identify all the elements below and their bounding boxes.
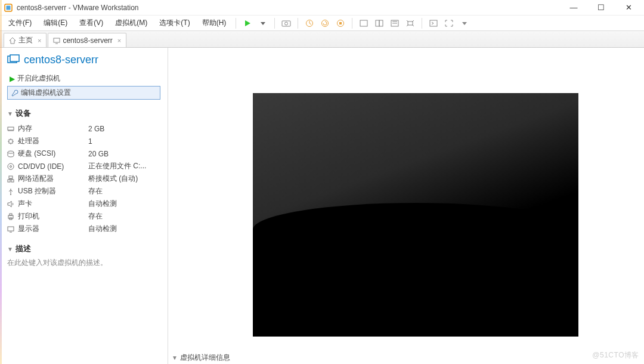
snapshot-revert-icon[interactable] xyxy=(318,17,332,30)
tab-close-icon[interactable]: × xyxy=(38,37,41,44)
description-section-header[interactable]: ▼ 描述 xyxy=(7,243,160,254)
fullscreen-icon[interactable] xyxy=(357,17,370,30)
home-icon xyxy=(9,37,16,44)
chevron-down-icon: ▼ xyxy=(7,110,13,117)
minimize-button[interactable]: — xyxy=(565,3,582,12)
devices-label: 设备 xyxy=(16,108,31,119)
tabs-bar: 主页 × centos8-serverr × xyxy=(0,31,644,48)
svg-rect-30 xyxy=(10,214,12,215)
menu-tabs[interactable]: 选项卡(T) xyxy=(154,17,194,29)
tab-vm[interactable]: centos8-serverr × xyxy=(48,33,126,47)
menu-file[interactable]: 文件(F) xyxy=(4,17,36,29)
display-icon xyxy=(7,226,18,233)
device-name: 网络适配器 xyxy=(18,174,88,184)
device-row-printer[interactable]: 打印机 存在 xyxy=(7,210,160,223)
close-button[interactable]: ✕ xyxy=(620,3,637,12)
device-row-memory[interactable]: 内存 2 GB xyxy=(7,122,160,135)
chevron-down-icon: ▼ xyxy=(7,246,13,252)
device-row-display[interactable]: 显示器 自动检测 xyxy=(7,223,160,235)
tab-home-label: 主页 xyxy=(18,35,33,45)
snapshot-manager-icon[interactable] xyxy=(334,17,347,30)
console-view-icon[interactable] xyxy=(388,17,401,30)
toolbar-separator xyxy=(274,18,275,29)
edit-vm-settings-link[interactable]: 编辑虚拟机设置 xyxy=(7,86,160,100)
fullscreen-enter-icon[interactable] xyxy=(442,17,456,30)
device-name: 处理器 xyxy=(18,136,88,146)
toolbar-dropdown-icon[interactable] xyxy=(458,17,471,30)
svg-rect-1 xyxy=(7,5,11,10)
power-dropdown-icon[interactable] xyxy=(256,17,270,30)
svg-point-28 xyxy=(10,194,11,195)
svg-rect-26 xyxy=(8,180,10,182)
tab-vm-label: centos8-serverr xyxy=(63,36,112,45)
device-value: 20 GB xyxy=(88,150,160,158)
device-value: 自动检测 xyxy=(88,199,160,209)
vm-summary-sidebar: centos8-serverr ▶ 开启此虚拟机 编辑虚拟机设置 ▼ 设备 内存… xyxy=(0,48,168,364)
window-title: centos8-serverr - VMware Workstation xyxy=(17,4,565,12)
power-on-icon[interactable] xyxy=(241,17,254,30)
device-row-sound[interactable]: 声卡 自动检测 xyxy=(7,198,160,210)
toolbar-separator xyxy=(352,18,352,29)
device-row-cpu[interactable]: 处理器 1 xyxy=(7,135,160,147)
menu-edit[interactable]: 编辑(E) xyxy=(39,17,72,29)
svg-rect-21 xyxy=(9,140,13,143)
vm-details-section-header[interactable]: ▼ 虚拟机详细信息 xyxy=(168,351,234,364)
svg-rect-20 xyxy=(8,127,14,130)
vm-screen-preview[interactable] xyxy=(253,93,578,337)
svg-rect-12 xyxy=(379,20,383,26)
stretch-icon[interactable] xyxy=(404,17,417,30)
menubar: 文件(F) 编辑(E) 查看(V) 虚拟机(M) 选项卡(T) 帮助(H) xyxy=(0,16,644,31)
power-on-vm-link[interactable]: ▶ 开启此虚拟机 xyxy=(7,72,160,85)
device-row-disk[interactable]: 硬盘 (SCSI) 20 GB xyxy=(7,147,160,160)
cpu-icon xyxy=(7,138,18,145)
svg-rect-11 xyxy=(376,20,379,26)
svg-rect-4 xyxy=(282,21,290,26)
unity-icon[interactable] xyxy=(373,17,386,30)
svg-rect-25 xyxy=(9,176,13,178)
device-value: 正在使用文件 C:... xyxy=(88,161,160,171)
left-window-edge-decoration xyxy=(0,0,2,364)
device-value: 1 xyxy=(88,137,160,146)
tab-close-icon[interactable]: × xyxy=(117,37,121,44)
menu-view[interactable]: 查看(V) xyxy=(75,17,108,29)
device-value: 桥接模式 (自动) xyxy=(88,174,160,184)
device-name: CD/DVD (IDE) xyxy=(18,162,88,171)
memory-icon xyxy=(7,126,18,132)
device-value: 存在 xyxy=(88,186,160,196)
devices-section-header[interactable]: ▼ 设备 xyxy=(7,108,160,119)
cd-icon xyxy=(7,163,18,170)
svg-marker-3 xyxy=(261,22,265,25)
snapshot-take-icon[interactable] xyxy=(303,17,316,30)
device-name: 声卡 xyxy=(18,199,88,209)
svg-point-24 xyxy=(10,165,12,167)
menu-vm[interactable]: 虚拟机(M) xyxy=(110,17,152,29)
device-value: 自动检测 xyxy=(88,224,160,234)
device-row-cd[interactable]: CD/DVD (IDE) 正在使用文件 C:... xyxy=(7,160,160,172)
description-label: 描述 xyxy=(16,243,31,254)
edit-settings-label: 编辑虚拟机设置 xyxy=(21,88,71,98)
toolbar-separator xyxy=(236,18,236,29)
maximize-button[interactable]: ☐ xyxy=(593,3,609,12)
device-value: 存在 xyxy=(88,211,160,221)
svg-rect-32 xyxy=(8,227,14,231)
toolbar-separator xyxy=(422,18,422,29)
window-controls: — ☐ ✕ xyxy=(565,3,640,12)
device-name: USB 控制器 xyxy=(18,186,88,196)
svg-marker-16 xyxy=(462,22,467,25)
menu-help[interactable]: 帮助(H) xyxy=(197,17,231,29)
vm-details-label: 虚拟机详细信息 xyxy=(180,353,230,363)
printer-icon xyxy=(7,213,18,220)
watermark-text: @51CTO博客 xyxy=(592,350,639,360)
play-triangle-icon: ▶ xyxy=(10,75,15,83)
device-row-usb[interactable]: USB 控制器 存在 xyxy=(7,185,160,198)
svg-point-5 xyxy=(285,22,288,25)
tab-home[interactable]: 主页 × xyxy=(4,33,47,47)
quickswitch-icon[interactable] xyxy=(427,17,440,30)
snapshot-icon[interactable] xyxy=(280,17,293,30)
vm-header: centos8-serverr xyxy=(7,53,160,72)
device-row-network[interactable]: 网络适配器 桥接模式 (自动) xyxy=(7,172,160,185)
svg-point-7 xyxy=(322,20,329,26)
description-placeholder[interactable]: 在此处键入对该虚拟机的描述。 xyxy=(7,258,160,268)
svg-rect-9 xyxy=(339,22,342,24)
vm-title: centos8-serverr xyxy=(24,54,98,66)
